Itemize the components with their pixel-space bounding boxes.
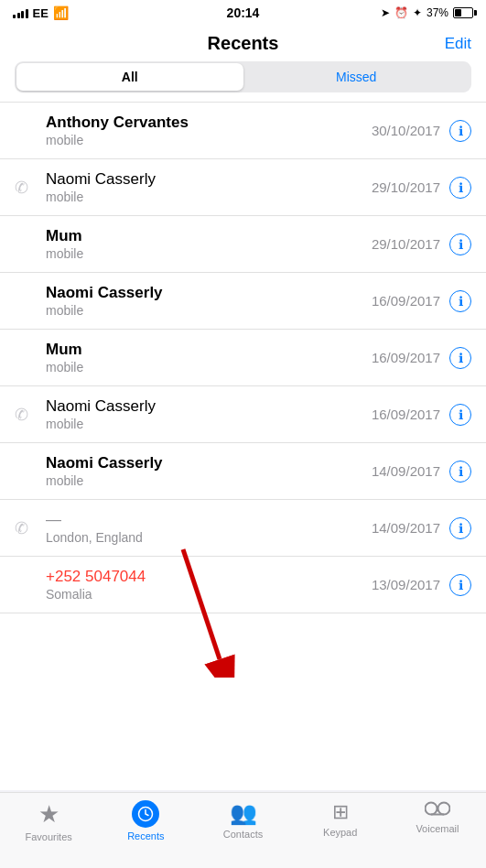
missed-call-icon: ✆ — [15, 518, 37, 538]
tab-keypad-label: Keypad — [323, 827, 357, 838]
star-icon: ★ — [38, 800, 59, 829]
call-info: Naomi Casserly mobile — [46, 284, 372, 318]
call-date: 13/09/2017 — [372, 577, 440, 592]
bluetooth-icon: ✦ — [413, 6, 422, 19]
tab-contacts[interactable]: 👥 Contacts — [194, 800, 291, 840]
call-date: 16/09/2017 — [372, 350, 440, 365]
call-item-left: ✆ +252 5047044 Somalia — [15, 568, 372, 602]
tab-contacts-label: Contacts — [223, 829, 263, 840]
call-item-left: ✆ Naomi Casserly mobile — [15, 170, 372, 204]
edit-button[interactable]: Edit — [445, 35, 471, 53]
call-item[interactable]: ✆ Mum mobile 16/09/2017 ℹ — [0, 330, 486, 386]
status-left: EE 📶 — [13, 5, 69, 20]
call-type: mobile — [46, 303, 372, 318]
call-info: Mum mobile — [46, 227, 372, 261]
call-info: Anthony Cervantes mobile — [46, 114, 372, 147]
call-item[interactable]: ✆ +252 5047044 Somalia 13/09/2017 ℹ — [0, 557, 486, 613]
call-item-left: ✆ Mum mobile — [15, 341, 372, 374]
call-type: mobile — [46, 417, 372, 431]
call-item[interactable]: ✆ Naomi Casserly mobile 14/09/2017 ℹ — [0, 443, 486, 500]
call-date: 30/10/2017 — [372, 123, 440, 138]
tab-recents-label: Recents — [127, 830, 164, 841]
signal-bars — [13, 7, 28, 18]
missed-call-icon: ✆ — [15, 405, 37, 425]
call-info: Naomi Casserly mobile — [46, 170, 372, 204]
missed-call-icon: ✆ — [15, 178, 37, 198]
call-item-left: ✆ Naomi Casserly mobile — [15, 397, 372, 431]
tab-keypad[interactable]: ⊞ Keypad — [292, 800, 389, 838]
carrier-label: EE — [33, 6, 49, 20]
contacts-icon: 👥 — [230, 800, 257, 826]
header: Recents Edit All Missed — [0, 26, 486, 103]
call-name: Naomi Casserly — [46, 397, 372, 416]
call-type: mobile — [46, 246, 372, 261]
call-info: +252 5047044 Somalia — [46, 568, 372, 602]
call-item-left: ✆ — London, England — [15, 511, 372, 545]
call-type: mobile — [46, 473, 372, 488]
call-name: Mum — [46, 227, 372, 245]
call-date: 29/10/2017 — [372, 179, 440, 195]
tab-voicemail[interactable]: Voicemail — [389, 800, 486, 834]
info-button[interactable]: ℹ — [449, 517, 471, 539]
status-right: ➤ ⏰ ✦ 37% — [381, 6, 473, 19]
page-title: Recents — [208, 33, 279, 54]
info-button[interactable]: ℹ — [449, 347, 471, 369]
call-type: London, England — [46, 530, 372, 545]
info-button[interactable]: ℹ — [449, 574, 471, 596]
info-button[interactable]: ℹ — [449, 233, 471, 255]
call-item[interactable]: ✆ Naomi Casserly mobile 16/09/2017 ℹ — [0, 273, 486, 330]
info-button[interactable]: ℹ — [449, 120, 471, 142]
call-info: — London, England — [46, 511, 372, 545]
call-item-left: ✆ Naomi Casserly mobile — [15, 454, 372, 488]
call-item[interactable]: ✆ Naomi Casserly mobile 29/10/2017 ℹ — [0, 159, 486, 216]
status-time: 20:14 — [227, 5, 260, 20]
battery-percent: 37% — [427, 6, 448, 19]
call-date: 14/09/2017 — [372, 520, 440, 536]
header-top: Recents Edit — [15, 33, 471, 54]
signal-bar-2 — [17, 13, 20, 18]
tab-favourites-label: Favourites — [25, 831, 71, 842]
segment-all[interactable]: All — [16, 63, 243, 91]
call-date: 16/09/2017 — [372, 293, 440, 309]
battery-fill — [455, 9, 461, 16]
signal-bar-4 — [26, 9, 28, 18]
signal-bar-1 — [13, 15, 16, 18]
info-button[interactable]: ℹ — [449, 461, 471, 483]
call-date: 29/10/2017 — [372, 236, 440, 252]
segment-missed[interactable]: Missed — [243, 63, 470, 91]
call-item-left: ✆ Naomi Casserly mobile — [15, 284, 372, 318]
voicemail-icon — [425, 800, 450, 820]
info-button[interactable]: ℹ — [449, 290, 471, 312]
battery-icon — [453, 7, 473, 18]
keypad-icon: ⊞ — [332, 800, 349, 824]
clock-icon — [137, 806, 154, 822]
call-list: ✆ Anthony Cervantes mobile 30/10/2017 ℹ … — [0, 103, 486, 790]
svg-point-4 — [437, 803, 449, 815]
tab-recents[interactable]: Recents — [97, 800, 194, 841]
call-item[interactable]: ✆ Anthony Cervantes mobile 30/10/2017 ℹ — [0, 103, 486, 159]
svg-point-3 — [425, 803, 437, 815]
call-type: mobile — [46, 190, 372, 204]
call-name: Naomi Casserly — [46, 284, 372, 302]
call-name: Mum — [46, 341, 372, 359]
info-button[interactable]: ℹ — [449, 177, 471, 199]
call-info: Mum mobile — [46, 341, 372, 374]
tab-bar: ★ Favourites Recents 👥 Contacts ⊞ Keypad — [0, 792, 486, 868]
call-item-left: ✆ Mum mobile — [15, 227, 372, 261]
call-name: Naomi Casserly — [46, 454, 372, 472]
call-item[interactable]: ✆ — London, England 14/09/2017 ℹ — [0, 500, 486, 557]
info-button[interactable]: ℹ — [449, 404, 471, 426]
call-item[interactable]: ✆ Mum mobile 29/10/2017 ℹ — [0, 216, 486, 273]
call-name: Naomi Casserly — [46, 170, 372, 189]
call-type: mobile — [46, 360, 372, 374]
call-item-left: ✆ Anthony Cervantes mobile — [15, 114, 372, 147]
tab-favourites[interactable]: ★ Favourites — [0, 800, 97, 842]
call-date: 16/09/2017 — [372, 407, 440, 422]
call-info: Naomi Casserly mobile — [46, 397, 372, 431]
signal-bar-3 — [21, 11, 24, 18]
call-type: Somalia — [46, 587, 372, 602]
call-name: — — [46, 511, 372, 529]
call-info: Naomi Casserly mobile — [46, 454, 372, 488]
call-item[interactable]: ✆ Naomi Casserly mobile 16/09/2017 ℹ — [0, 386, 486, 443]
call-type: mobile — [46, 133, 372, 147]
